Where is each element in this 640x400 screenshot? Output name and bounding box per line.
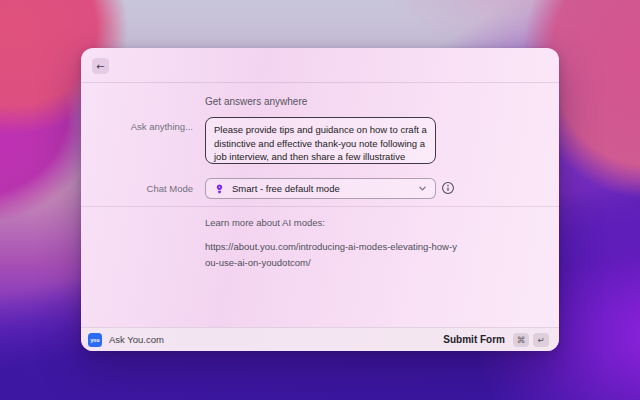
chat-mode-dropdown[interactable]: Smart - free default mode [205, 178, 436, 199]
chat-mode-selected-value: Smart - free default mode [232, 183, 411, 194]
return-key-icon: ↵ [533, 333, 549, 347]
learn-more-text: Learn more about AI modes: [205, 217, 325, 228]
form-heading: Get answers anywhere [205, 96, 307, 107]
info-section: Learn more about AI modes: https://about… [81, 207, 559, 326]
submit-form-button[interactable]: Submit Form [443, 334, 505, 345]
back-arrow-icon: ← [96, 61, 104, 72]
youcom-logo: you [88, 333, 102, 347]
brand-label: Ask You.com [109, 334, 164, 345]
window-header: ← [81, 48, 559, 83]
info-icon[interactable] [441, 181, 455, 195]
window-footer: you Ask You.com Submit Form ⌘ ↵ [81, 327, 559, 351]
ai-modes-url: https://about.you.com/introducing-ai-mod… [205, 239, 457, 271]
ask-anything-value: Please provide tips and guidance on how … [214, 124, 427, 164]
ask-anything-label: Ask anything... [131, 121, 193, 132]
chat-mode-label: Chat Mode [147, 183, 193, 194]
chevron-down-icon [418, 184, 427, 193]
command-key-icon: ⌘ [513, 333, 529, 347]
form-section: Get answers anywhere Ask anything... Ple… [81, 83, 559, 207]
quick-form-window: ← Get answers anywhere Ask anything... P… [81, 48, 559, 351]
ask-anything-textarea[interactable]: Please provide tips and guidance on how … [205, 117, 436, 164]
back-button[interactable]: ← [92, 58, 109, 74]
lightbulb-icon [214, 183, 225, 194]
